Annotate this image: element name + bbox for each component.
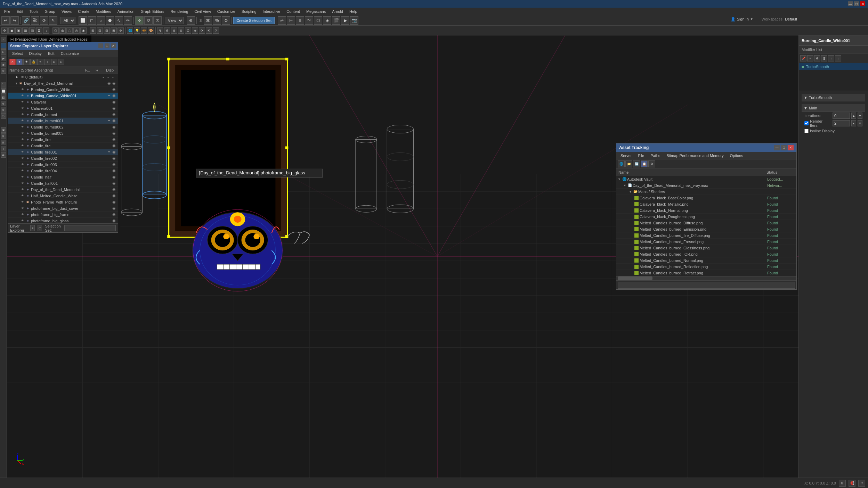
se-freeze-col[interactable]: F... bbox=[85, 68, 96, 72]
tb2-misc8[interactable]: ⟲ bbox=[206, 27, 212, 34]
mod-enabled-checkbox[interactable]: ■ bbox=[802, 65, 804, 69]
se-eye-12[interactable]: 👁 bbox=[21, 150, 25, 154]
at-row-img5[interactable]: Melted_Candles_burned_Emission.png Found bbox=[616, 226, 796, 232]
selection-filter-dropdown[interactable]: All bbox=[60, 17, 75, 24]
tb2-btn10[interactable]: ◌ bbox=[66, 27, 73, 34]
menu-modifiers[interactable]: Modifiers bbox=[93, 9, 114, 14]
tb2-render4[interactable]: 🎨 bbox=[148, 27, 154, 34]
menu-civil-view[interactable]: Civil View bbox=[192, 9, 213, 14]
motion-panel-icon[interactable]: ▶ bbox=[1, 56, 6, 61]
at-row-img6[interactable]: Melted_Candles_burned_fire_Diffuse.png F… bbox=[616, 232, 796, 239]
se-row-9[interactable]: 👁 ◈ Candle_burned003 ◉ bbox=[8, 130, 118, 137]
at-menu-server[interactable]: Server bbox=[618, 153, 634, 158]
signin-area[interactable]: 👤 Sign In ▼ Workspaces: Default bbox=[731, 15, 797, 23]
se-row-4[interactable]: 👁 ◈ Calavera ◉ bbox=[8, 99, 118, 105]
se-row-1[interactable]: ▼ ▣ Day_of_the_Dead_Memorial ◉ ◉ bbox=[8, 80, 118, 86]
se-row-18[interactable]: 👁 ◈ Day_of_the_Dead_Memorial ◉ bbox=[8, 187, 118, 193]
tb2-xform2[interactable]: ⊡ bbox=[97, 27, 103, 34]
se-row-21[interactable]: 👁 ◈ photoframe_big_dust_cover ◉ bbox=[8, 205, 118, 212]
bind-button[interactable]: ⟳ bbox=[40, 16, 48, 25]
at-row-img3[interactable]: Calavera_black_Roughness.png Found bbox=[616, 214, 796, 220]
at-row-maxfile[interactable]: ▼ 📄 Day_of_the_Dead_Memorial_max_vray.ma… bbox=[616, 182, 796, 189]
se-row-12[interactable]: 👁 ◈ Candle_fire001 ✦ ◉ bbox=[8, 149, 118, 155]
iterations-up[interactable]: ▲ bbox=[851, 113, 856, 119]
left-tool3[interactable]: ◧ bbox=[1, 94, 6, 100]
status-grid-btn[interactable]: ⊞ bbox=[839, 480, 846, 487]
mod-move-down-button[interactable]: ↓ bbox=[835, 55, 841, 61]
se-eye-22[interactable]: 👁 bbox=[21, 213, 25, 217]
menu-scripting[interactable]: Scripting bbox=[239, 9, 259, 14]
left-tool5[interactable]: ⊗ bbox=[1, 107, 6, 113]
tb2-btn9[interactable]: ◍ bbox=[59, 27, 66, 34]
se-row-10[interactable]: 👁 ◈ Candle_fire ◉ bbox=[8, 137, 118, 143]
tb2-btn3[interactable]: ▣ bbox=[15, 27, 22, 34]
se-menu-select[interactable]: Select bbox=[9, 51, 26, 56]
se-lock-btn[interactable]: 🔒 bbox=[30, 59, 36, 65]
at-row-img8[interactable]: Melted_Candles_burned_Glossiness.png Fou… bbox=[616, 245, 796, 251]
select-button[interactable]: ↖ bbox=[49, 16, 57, 25]
menu-content[interactable]: Content bbox=[284, 9, 303, 14]
pivot-button[interactable]: ⊕ bbox=[187, 16, 195, 25]
se-row-14[interactable]: 👁 ◈ Candle_fire003 ◉ bbox=[8, 162, 118, 168]
se-row-11[interactable]: 👁 ◈ Candle_fire ◉ bbox=[8, 143, 118, 149]
tb2-btn8[interactable]: ⬡ bbox=[52, 27, 59, 34]
se-row-8[interactable]: 👁 ◈ Candle_burned002 ◉ bbox=[8, 124, 118, 130]
turbosmooth-section-header[interactable]: ▼ TurboSmooth bbox=[802, 94, 865, 101]
se-menu-edit[interactable]: Edit bbox=[45, 51, 57, 56]
at-search-input[interactable] bbox=[618, 282, 795, 289]
settings-button[interactable]: ⚙ bbox=[1, 27, 8, 34]
tb2-btn2[interactable]: ◼ bbox=[8, 27, 15, 34]
at-row-img11[interactable]: Melted_Candles_burned_Reflection.png Fou… bbox=[616, 264, 796, 270]
mirror-button[interactable]: ⇌ bbox=[278, 16, 286, 25]
help-button[interactable]: ? bbox=[213, 27, 219, 34]
at-row-img7[interactable]: Melted_Candles_burned_Fresnel.png Found bbox=[616, 239, 796, 245]
hierarchy-panel-icon[interactable]: H bbox=[1, 49, 6, 55]
se-menu-display[interactable]: Display bbox=[26, 51, 44, 56]
left-tool11[interactable]: ⇄ bbox=[1, 152, 6, 158]
se-eye-5[interactable]: 👁 bbox=[21, 106, 25, 110]
se-row-5[interactable]: 👁 ◈ Calavera001 ◉ bbox=[8, 105, 118, 111]
paint-select-button[interactable]: ✏ bbox=[124, 16, 132, 25]
isoline-checkbox[interactable] bbox=[804, 129, 809, 133]
se-row-22[interactable]: 👁 ◈ photoframe_big_frame ◉ bbox=[8, 212, 118, 218]
se-filter-btn[interactable]: ▼ bbox=[16, 59, 23, 65]
render-iters-input[interactable] bbox=[833, 120, 850, 126]
menu-megascans[interactable]: Megascans bbox=[303, 9, 328, 14]
tb2-misc4[interactable]: ⊕ bbox=[178, 27, 184, 34]
se-eye-13[interactable]: 👁 bbox=[21, 156, 25, 160]
redo-button[interactable]: ↪ bbox=[10, 16, 19, 25]
se-row-20[interactable]: 👁 ▣ Photo_Frame_with_Picture ◉ bbox=[8, 199, 118, 205]
at-menu-file[interactable]: File bbox=[635, 153, 647, 158]
se-footer-btn2[interactable]: ⬡ bbox=[38, 225, 42, 231]
at-row-img9[interactable]: Melted_Candles_burned_IOR.png Found bbox=[616, 251, 796, 257]
at-row-img0[interactable]: Calavera_black_BaseColor.png Found bbox=[616, 195, 796, 201]
menu-rendering[interactable]: Rendering bbox=[168, 9, 191, 14]
menu-graph-editors[interactable]: Graph Editors bbox=[138, 9, 167, 14]
se-eye-9[interactable]: 👁 bbox=[21, 131, 25, 135]
circle-select-button[interactable]: ○ bbox=[97, 16, 105, 25]
main-section-header[interactable]: ▼ Main bbox=[802, 104, 865, 112]
material-editor-button[interactable]: ◈ bbox=[323, 16, 331, 25]
window-controls[interactable]: — □ ✕ bbox=[848, 1, 865, 6]
at-minimize-button[interactable]: — bbox=[774, 145, 780, 150]
maximize-button[interactable]: □ bbox=[854, 1, 859, 6]
se-eye-23[interactable]: 👁 bbox=[21, 219, 25, 223]
at-toolbar-btn5[interactable]: ⚙ bbox=[648, 160, 655, 167]
se-eye-4[interactable]: 👁 bbox=[21, 100, 25, 104]
se-close-button[interactable]: ✕ bbox=[111, 43, 116, 48]
se-eye-3[interactable]: 👁 bbox=[21, 94, 25, 98]
se-menu-customize[interactable]: Customize bbox=[58, 51, 82, 56]
left-tool7[interactable]: ▣ bbox=[1, 127, 6, 133]
left-tool2[interactable]: ⬜ bbox=[1, 88, 6, 94]
tb2-btn12[interactable]: ◉ bbox=[80, 27, 87, 34]
create-panel-icon[interactable]: + bbox=[1, 37, 6, 42]
se-eye-16[interactable]: 👁 bbox=[21, 175, 25, 179]
utilities-panel-icon[interactable]: ⚙ bbox=[1, 68, 6, 74]
se-eye-14[interactable]: 👁 bbox=[21, 163, 25, 167]
at-menu-bitmap[interactable]: Bitmap Performance and Memory bbox=[664, 153, 726, 158]
render-frame-button[interactable]: ▶ bbox=[341, 16, 349, 25]
menu-customize[interactable]: Customize bbox=[214, 9, 238, 14]
at-expand-vault[interactable]: ▼ bbox=[618, 177, 621, 181]
display-panel-icon[interactable]: ◉ bbox=[1, 62, 6, 67]
tb2-xform5[interactable]: ⊘ bbox=[117, 27, 124, 34]
